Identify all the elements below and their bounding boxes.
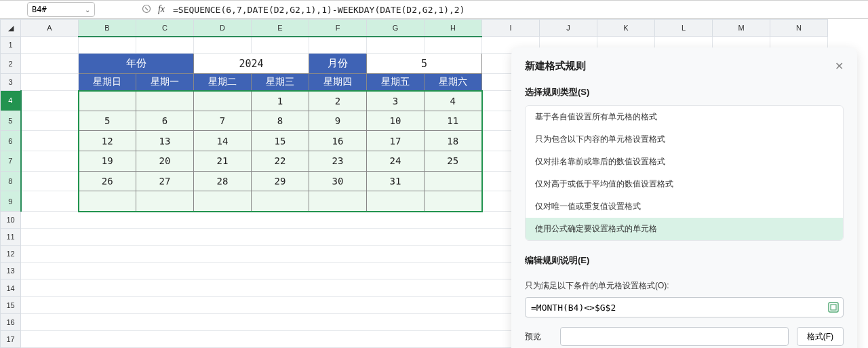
cal-cell[interactable] <box>252 191 309 212</box>
cell[interactable] <box>21 37 79 54</box>
cell[interactable] <box>309 37 367 54</box>
format-button[interactable]: 格式(F) <box>797 327 844 346</box>
col-header[interactable]: H <box>425 20 482 37</box>
name-box[interactable]: B4# ⌄ <box>27 2 95 17</box>
row-header[interactable]: 8 <box>1 171 21 191</box>
cal-cell[interactable]: 30 <box>309 171 367 191</box>
cal-cell[interactable]: 7 <box>194 111 252 131</box>
cal-cell[interactable]: 4 <box>425 91 482 111</box>
weekday[interactable]: 星期四 <box>309 73 367 90</box>
row-header[interactable]: 6 <box>1 131 21 151</box>
row-header[interactable]: 11 <box>1 229 21 246</box>
cal-cell[interactable]: 17 <box>367 131 425 151</box>
cell[interactable] <box>367 37 425 54</box>
rule-type-option[interactable]: 仅对唯一值或重复值设置格式 <box>526 195 843 218</box>
cal-cell[interactable] <box>79 91 136 111</box>
row-header[interactable]: 1 <box>1 37 21 54</box>
col-header[interactable]: E <box>252 20 309 37</box>
rule-type-option[interactable]: 使用公式确定要设置格式的单元格 <box>526 218 843 240</box>
cal-cell[interactable] <box>425 171 482 191</box>
cal-cell[interactable] <box>194 191 252 212</box>
col-header[interactable]: D <box>194 20 252 37</box>
row-header[interactable]: 10 <box>1 212 21 229</box>
cal-cell[interactable]: 28 <box>194 171 252 191</box>
row-header[interactable]: 12 <box>1 246 21 263</box>
cal-cell[interactable] <box>194 91 252 111</box>
cal-cell[interactable]: 3 <box>367 91 425 111</box>
cal-cell[interactable]: 2 <box>309 91 367 111</box>
col-header[interactable]: L <box>655 20 713 37</box>
cal-cell[interactable]: 19 <box>79 151 136 172</box>
col-header[interactable]: F <box>309 20 367 37</box>
weekday[interactable]: 星期一 <box>136 73 194 90</box>
cell[interactable] <box>21 191 79 212</box>
formula-input[interactable] <box>169 2 868 17</box>
col-header[interactable]: A <box>21 20 79 37</box>
col-header[interactable]: J <box>540 20 597 37</box>
cal-cell[interactable]: 10 <box>367 111 425 131</box>
cal-cell[interactable]: 5 <box>79 111 136 131</box>
cal-cell[interactable]: 11 <box>425 111 482 131</box>
cal-cell[interactable]: 13 <box>136 131 194 151</box>
col-header[interactable]: C <box>136 20 194 37</box>
weekday[interactable]: 星期六 <box>425 73 482 90</box>
cell[interactable] <box>194 37 252 54</box>
row-header[interactable]: 14 <box>1 279 21 296</box>
cal-cell[interactable] <box>425 191 482 212</box>
row-header[interactable]: 5 <box>1 111 21 131</box>
cell[interactable] <box>136 37 194 54</box>
cal-cell[interactable]: 25 <box>425 151 482 172</box>
cal-cell[interactable]: 12 <box>79 131 136 151</box>
weekday[interactable]: 星期日 <box>79 73 136 90</box>
weekday[interactable]: 星期二 <box>194 73 252 90</box>
cal-cell[interactable]: 31 <box>367 171 425 191</box>
weekday[interactable]: 星期三 <box>252 73 309 90</box>
cal-cell[interactable]: 15 <box>252 131 309 151</box>
row-header[interactable]: 16 <box>1 313 21 330</box>
cal-cell[interactable]: 26 <box>79 171 136 191</box>
cell[interactable] <box>21 111 79 131</box>
fx-icon[interactable]: fx <box>154 4 169 15</box>
cell[interactable] <box>21 131 79 151</box>
select-all-corner[interactable]: ◢ <box>1 20 21 37</box>
cal-cell[interactable] <box>79 191 136 212</box>
cal-cell[interactable]: 9 <box>309 111 367 131</box>
rule-type-option[interactable]: 仅对高于或低于平均值的数值设置格式 <box>526 173 843 195</box>
row-header[interactable]: 3 <box>1 73 21 90</box>
cal-cell[interactable]: 22 <box>252 151 309 172</box>
cell[interactable] <box>425 37 482 54</box>
row-header[interactable]: 9 <box>1 191 21 212</box>
cal-cell[interactable]: 29 <box>252 171 309 191</box>
col-header[interactable]: G <box>367 20 425 37</box>
cell[interactable] <box>21 73 79 90</box>
year-label[interactable]: 年份 <box>79 54 194 74</box>
cal-cell[interactable]: 24 <box>367 151 425 172</box>
cell[interactable] <box>21 171 79 191</box>
cal-cell[interactable]: 14 <box>194 131 252 151</box>
col-header[interactable]: B <box>79 20 136 37</box>
col-header[interactable]: K <box>597 20 655 37</box>
range-picker-icon[interactable] <box>827 301 840 313</box>
cal-cell[interactable]: 6 <box>136 111 194 131</box>
rule-type-option[interactable]: 基于各自值设置所有单元格的格式 <box>526 106 843 128</box>
cal-cell[interactable]: 20 <box>136 151 194 172</box>
cal-cell[interactable] <box>367 191 425 212</box>
close-icon[interactable]: ✕ <box>835 60 844 73</box>
rule-type-option[interactable]: 仅对排名靠前或靠后的数值设置格式 <box>526 151 843 173</box>
cal-cell[interactable]: 8 <box>252 111 309 131</box>
month-label[interactable]: 月份 <box>309 54 367 74</box>
cal-cell[interactable] <box>136 91 194 111</box>
col-header[interactable]: I <box>482 20 540 37</box>
weekday[interactable]: 星期五 <box>367 73 425 90</box>
row-header[interactable]: 17 <box>1 330 21 347</box>
cell[interactable] <box>79 37 136 54</box>
month-value[interactable]: 5 <box>367 54 482 74</box>
rule-type-option[interactable]: 只为包含以下内容的单元格设置格式 <box>526 128 843 151</box>
row-header[interactable]: 2 <box>1 54 21 74</box>
cal-cell[interactable] <box>136 191 194 212</box>
year-value[interactable]: 2024 <box>194 54 309 74</box>
cal-cell[interactable] <box>309 191 367 212</box>
row-header[interactable]: 7 <box>1 151 21 172</box>
cal-cell[interactable]: 1 <box>252 91 309 111</box>
cal-cell[interactable]: 23 <box>309 151 367 172</box>
